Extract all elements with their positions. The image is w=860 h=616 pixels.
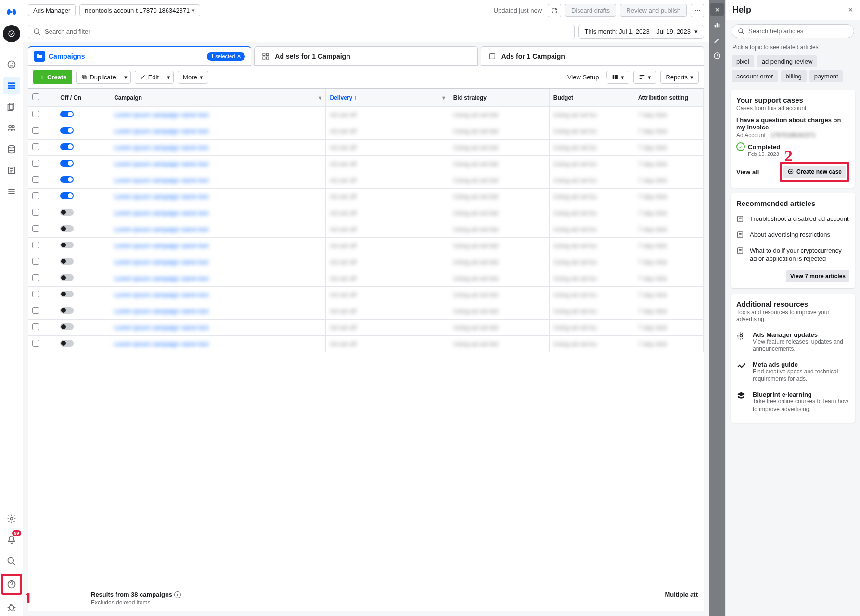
col-campaign[interactable]: Campaign ▾ bbox=[110, 89, 326, 107]
row-checkbox[interactable] bbox=[32, 176, 39, 183]
col-budget[interactable]: Budget bbox=[549, 89, 634, 107]
table-row[interactable]: Lorem ipsum campaign name text Ad set of… bbox=[28, 270, 704, 287]
row-toggle[interactable] bbox=[60, 323, 74, 330]
campaign-name[interactable]: Lorem ipsum campaign name text bbox=[114, 340, 208, 347]
campaign-name[interactable]: Lorem ipsum campaign name text bbox=[114, 193, 208, 200]
resource-item[interactable]: Ads Manager updatesView feature releases… bbox=[736, 327, 849, 357]
charts-icon[interactable] bbox=[710, 18, 724, 32]
col-offon[interactable]: Off / On bbox=[56, 89, 110, 107]
col-attribution[interactable]: Attribution setting bbox=[634, 89, 703, 107]
row-checkbox[interactable] bbox=[32, 209, 39, 216]
audiences-icon[interactable] bbox=[3, 119, 20, 137]
row-toggle[interactable] bbox=[60, 291, 74, 297]
view-more-articles-button[interactable]: View 7 more articles bbox=[786, 270, 849, 282]
article-item[interactable]: What to do if your cryptocurrency ad or … bbox=[736, 243, 849, 267]
table-row[interactable]: Lorem ipsum campaign name text Ad set of… bbox=[28, 123, 704, 140]
row-checkbox[interactable] bbox=[32, 242, 39, 248]
search-input[interactable]: Search and filter bbox=[28, 25, 575, 39]
row-toggle[interactable] bbox=[60, 242, 74, 248]
topic-chip[interactable]: payment bbox=[809, 70, 843, 82]
edit-dropdown[interactable]: ▾ bbox=[164, 71, 174, 84]
edit-rail-icon[interactable] bbox=[710, 34, 724, 47]
table-row[interactable]: Lorem ipsum campaign name text Ad set of… bbox=[28, 189, 704, 205]
row-checkbox[interactable] bbox=[32, 225, 39, 232]
row-toggle[interactable] bbox=[60, 111, 74, 117]
row-checkbox[interactable] bbox=[32, 192, 39, 199]
row-toggle[interactable] bbox=[60, 176, 74, 183]
campaign-name[interactable]: Lorem ipsum campaign name text bbox=[114, 111, 208, 118]
campaign-name[interactable]: Lorem ipsum campaign name text bbox=[114, 209, 208, 217]
campaign-name[interactable]: Lorem ipsum campaign name text bbox=[114, 275, 208, 282]
row-checkbox[interactable] bbox=[32, 143, 39, 150]
topic-chip[interactable]: pixel bbox=[732, 55, 754, 67]
date-range-picker[interactable]: This month: Jul 1, 2023 – Jul 19, 2023▾ bbox=[578, 25, 704, 38]
row-checkbox[interactable] bbox=[32, 323, 39, 330]
campaign-name[interactable]: Lorem ipsum campaign name text bbox=[114, 160, 208, 167]
menu-icon[interactable] bbox=[3, 183, 20, 200]
campaign-name[interactable]: Lorem ipsum campaign name text bbox=[114, 128, 208, 135]
clear-selection-icon[interactable]: ✕ bbox=[237, 53, 241, 60]
info-icon[interactable]: i bbox=[174, 591, 181, 598]
select-all-checkbox[interactable] bbox=[32, 93, 39, 100]
review-publish-button[interactable]: Review and publish bbox=[620, 4, 687, 17]
close-help-icon[interactable]: ✕ bbox=[848, 6, 853, 13]
search-rail-icon[interactable] bbox=[3, 552, 20, 570]
row-checkbox[interactable] bbox=[32, 291, 39, 297]
table-icon[interactable] bbox=[3, 77, 20, 94]
row-toggle[interactable] bbox=[60, 258, 74, 265]
create-button[interactable]: ＋Create bbox=[33, 70, 72, 84]
row-checkbox[interactable] bbox=[32, 258, 39, 265]
help-search-input[interactable]: Search help articles bbox=[732, 24, 854, 38]
more-menu-button[interactable]: ⋯ bbox=[691, 4, 704, 17]
edit-button[interactable]: Edit bbox=[135, 71, 164, 84]
row-checkbox[interactable] bbox=[32, 274, 39, 281]
reports-button[interactable]: Reports ▾ bbox=[660, 71, 699, 84]
table-row[interactable]: Lorem ipsum campaign name text Ad set of… bbox=[28, 238, 704, 254]
table-row[interactable]: Lorem ipsum campaign name text Ad set of… bbox=[28, 107, 704, 123]
row-checkbox[interactable] bbox=[32, 340, 39, 346]
topic-chip[interactable]: account error bbox=[732, 70, 778, 82]
news-icon[interactable] bbox=[3, 162, 20, 179]
campaign-name[interactable]: Lorem ipsum campaign name text bbox=[114, 226, 208, 233]
row-toggle[interactable] bbox=[60, 192, 74, 199]
table-row[interactable]: Lorem ipsum campaign name text Ad set of… bbox=[28, 320, 704, 336]
gauge-icon[interactable] bbox=[3, 56, 20, 73]
refresh-button[interactable] bbox=[548, 4, 561, 17]
table-row[interactable]: Lorem ipsum campaign name text Ad set of… bbox=[28, 172, 704, 189]
table-row[interactable]: Lorem ipsum campaign name text Ad set of… bbox=[28, 303, 704, 320]
meta-logo-icon[interactable] bbox=[3, 4, 20, 21]
selected-count-pill[interactable]: 1 selected✕ bbox=[207, 52, 245, 61]
row-toggle[interactable] bbox=[60, 160, 74, 167]
view-all-cases[interactable]: View all bbox=[736, 168, 759, 176]
history-icon[interactable] bbox=[710, 49, 724, 63]
campaign-name[interactable]: Lorem ipsum campaign name text bbox=[114, 177, 208, 184]
campaign-name[interactable]: Lorem ipsum campaign name text bbox=[114, 308, 208, 315]
row-toggle[interactable] bbox=[60, 209, 74, 216]
copies-icon[interactable] bbox=[3, 98, 20, 116]
bug-icon[interactable] bbox=[3, 599, 20, 616]
row-toggle[interactable] bbox=[60, 274, 74, 281]
resource-item[interactable]: Meta ads guideFind creative specs and te… bbox=[736, 357, 849, 387]
table-row[interactable]: Lorem ipsum campaign name text Ad set of… bbox=[28, 254, 704, 270]
row-toggle[interactable] bbox=[60, 127, 74, 134]
case-title[interactable]: I have a question about charges on my in… bbox=[736, 116, 849, 131]
row-toggle[interactable] bbox=[60, 225, 74, 232]
columns-button[interactable]: ▾ bbox=[606, 71, 629, 84]
close-panel-icon[interactable]: ✕ bbox=[710, 3, 724, 16]
col-delivery[interactable]: Delivery ↑▾ bbox=[326, 89, 449, 107]
table-row[interactable]: Lorem ipsum campaign name text Ad set of… bbox=[28, 221, 704, 238]
col-bid[interactable]: Bid strategy bbox=[449, 89, 549, 107]
campaign-name[interactable]: Lorem ipsum campaign name text bbox=[114, 144, 208, 151]
gear-icon[interactable] bbox=[3, 510, 20, 527]
table-row[interactable]: Lorem ipsum campaign name text Ad set of… bbox=[28, 287, 704, 303]
duplicate-button[interactable]: Duplicate bbox=[76, 71, 120, 84]
row-toggle[interactable] bbox=[60, 340, 74, 346]
row-checkbox[interactable] bbox=[32, 160, 39, 167]
topic-chip[interactable]: ad pending review bbox=[757, 55, 818, 67]
tab-campaigns[interactable]: Campaigns 1 selected✕ bbox=[28, 46, 251, 66]
notifications-icon[interactable]: 99 bbox=[3, 531, 20, 549]
tab-ads[interactable]: Ads for 1 Campaign bbox=[481, 46, 704, 66]
create-case-button[interactable]: Create new case bbox=[783, 166, 846, 178]
row-toggle[interactable] bbox=[60, 143, 74, 150]
table-row[interactable]: Lorem ipsum campaign name text Ad set of… bbox=[28, 156, 704, 172]
